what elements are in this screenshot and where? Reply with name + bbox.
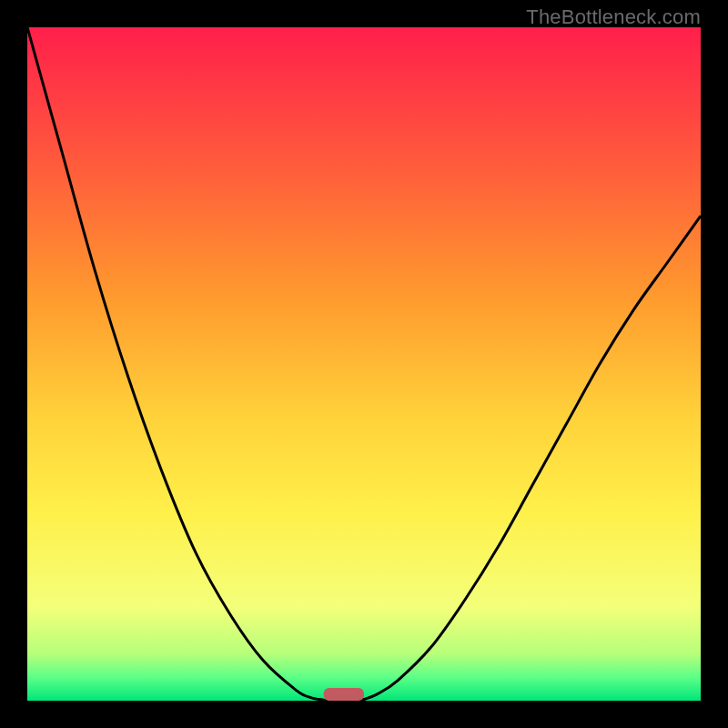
chart-frame: TheBottleneck.com — [0, 0, 728, 728]
plot-area — [27, 27, 701, 701]
bottleneck-chart — [27, 27, 701, 701]
bottleneck-marker — [324, 688, 364, 701]
watermark-text: TheBottleneck.com — [526, 5, 701, 29]
